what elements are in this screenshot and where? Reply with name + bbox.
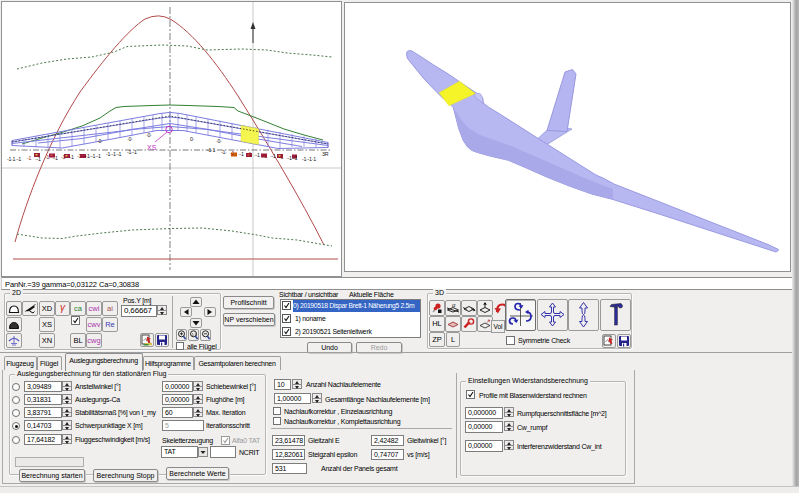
svg-text:3R: 3R [322,151,329,157]
svg-text:-1·-1: -1·-1 [127,149,137,155]
svg-text:-1: -1 [45,154,49,160]
svg-text:·0·: ·0· [146,132,152,138]
svg-text:-1: -1 [77,153,81,159]
svg-text:·-1·-1: ·-1·-1 [286,155,298,161]
svg-text:·0·: ·0· [127,136,133,142]
svg-text:·-1: ·-1 [35,156,41,162]
svg-text:XS: XS [147,144,157,151]
svg-text:-1: -1 [230,150,234,156]
svg-text:-1: -1 [279,154,283,160]
svg-text:-1·: -1· [221,149,227,155]
svg-text:α: α [452,302,456,308]
svg-text:-1: -1 [263,153,267,159]
svg-text:·-1: ·-1 [68,154,74,160]
svg-text:1:1: 1:1 [191,332,197,337]
svg-text:·-1: ·-1 [254,152,260,158]
svg-text:·-1: ·-1 [270,153,276,159]
svg-text:·-1: ·-1 [238,151,244,157]
svg-text:·0·: ·0· [216,138,222,144]
svg-text:-1: -1 [61,154,65,160]
svg-text:-1·-1·1: -1·-1·1 [302,156,316,162]
svg-text:·0·: ·0· [97,138,103,144]
svg-text:-1·1·-1: -1·1·-1 [7,156,21,162]
svg-text:·-1·-1·-1: ·-1·-1·-1 [84,153,101,159]
svg-text:-1·-1·-1: -1·-1·-1 [106,151,122,157]
svg-text:-1·1: -1·1 [207,147,216,153]
svg-text:0·: 0· [190,136,195,142]
svg-text:·-1: ·-1 [52,155,58,161]
svg-text:-1: -1 [247,151,251,157]
svg-text:-1: -1 [27,155,31,161]
